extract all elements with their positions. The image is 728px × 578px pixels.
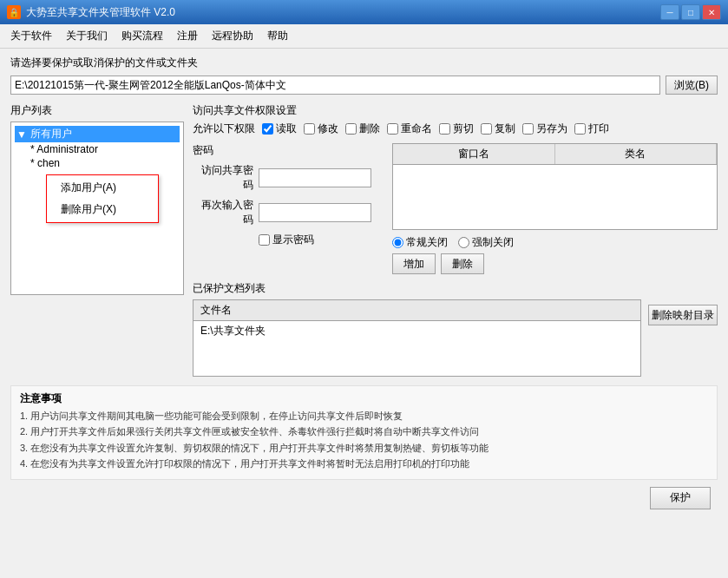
left-panel: 用户列表 ▼ 所有用户 * Administrator * chen 添加用户(… xyxy=(10,103,184,377)
perm-read-checkbox[interactable] xyxy=(262,123,273,135)
show-pwd-row: 显示密码 xyxy=(259,233,384,247)
password-title: 密码 xyxy=(193,143,384,158)
menu-remote[interactable]: 远程协助 xyxy=(205,26,260,46)
perm-delete-checkbox[interactable] xyxy=(345,123,357,135)
notes-item-3: 4. 在您没有为共享文件设置允许打印权限的情况下，用户打开共享文件时将暂时无法启… xyxy=(20,457,708,470)
radio-normal-close[interactable]: 常规关闭 xyxy=(392,235,448,250)
delete-map-col: 删除映射目录 xyxy=(648,299,718,377)
app-icon: 🔒 xyxy=(7,5,21,19)
radio-normal-close-label: 常规关闭 xyxy=(406,235,448,250)
context-menu: 添加用户(A) 删除用户(X) xyxy=(46,174,159,223)
maximize-button[interactable]: □ xyxy=(681,4,700,20)
perm-copy[interactable]: 复制 xyxy=(481,122,515,136)
two-column-layout: 用户列表 ▼ 所有用户 * Administrator * chen 添加用户(… xyxy=(10,103,718,377)
tree-item-admin-label: * Administrator xyxy=(30,143,98,155)
browse-button[interactable]: 浏览(B) xyxy=(666,76,718,95)
pwd-label-1: 访问共享密码 xyxy=(193,163,253,193)
tree-expand-icon: ▼ xyxy=(16,128,27,141)
file-table-empty-space xyxy=(193,341,640,376)
notes-item-1: 2. 用户打开共享文件后如果强行关闭共享文件匣或被安全软件、杀毒软件强行拦截时将… xyxy=(20,425,708,438)
notes-item-2: 3. 在您没有为共享文件设置允许复制、剪切权限的情况下，用户打开共享文件时将禁用… xyxy=(20,442,708,455)
menu-register[interactable]: 注册 xyxy=(170,26,205,46)
user-tree: ▼ 所有用户 * Administrator * chen 添加用户(A) 删除… xyxy=(10,122,184,295)
perm-print-label: 打印 xyxy=(588,122,609,136)
protected-table-wrapper: 文件名 E:\共享文件夹 xyxy=(193,299,641,377)
path-row: 浏览(B) xyxy=(10,76,718,95)
prompt-text: 请选择要保护或取消保护的文件或文件夹 xyxy=(10,56,718,70)
radio-force-close[interactable]: 强制关闭 xyxy=(458,235,514,250)
radio-force-close-input[interactable] xyxy=(458,237,469,248)
delete-map-button[interactable]: 删除映射目录 xyxy=(648,305,718,325)
window-table-header: 窗口名 类名 xyxy=(393,144,717,165)
perm-modify[interactable]: 修改 xyxy=(304,122,338,136)
perm-cut[interactable]: 剪切 xyxy=(439,122,474,136)
user-list-label: 用户列表 xyxy=(10,103,184,118)
perm-saveas-checkbox[interactable] xyxy=(522,123,534,135)
window-col-name: 窗口名 xyxy=(393,144,555,164)
password-section: 密码 访问共享密码 再次输入密码 显示密码 xyxy=(193,143,718,274)
tree-item-administrator[interactable]: * Administrator xyxy=(29,142,180,156)
password-right: 窗口名 类名 常规关闭 强制关闭 xyxy=(392,143,718,274)
perm-print-checkbox[interactable] xyxy=(574,123,586,135)
close-button[interactable]: ✕ xyxy=(702,4,721,20)
menu-about-us[interactable]: 关于我们 xyxy=(59,26,115,46)
menu-about-software[interactable]: 关于软件 xyxy=(3,26,59,46)
perm-cut-label: 剪切 xyxy=(453,122,474,136)
password-left: 密码 访问共享密码 再次输入密码 显示密码 xyxy=(193,143,384,274)
delete-button[interactable]: 删除 xyxy=(441,253,484,274)
permissions-title: 访问共享文件权限设置 xyxy=(193,103,718,118)
perm-modify-label: 修改 xyxy=(318,122,338,136)
context-menu-delete-user[interactable]: 删除用户(X) xyxy=(47,199,158,220)
show-password-label: 显示密码 xyxy=(272,233,314,247)
radio-force-close-label: 强制关闭 xyxy=(472,235,514,250)
notes-item-0: 1. 用户访问共享文件期间其电脑一些功能可能会受到限制，在停止访问共享文件后即时… xyxy=(20,410,708,423)
perm-rename[interactable]: 重命名 xyxy=(387,122,432,136)
menu-help[interactable]: 帮助 xyxy=(260,26,295,46)
path-input[interactable] xyxy=(10,76,660,95)
file-table-row-0: E:\共享文件夹 xyxy=(193,321,640,341)
add-del-row: 增加 删除 xyxy=(392,253,718,274)
menu-purchase[interactable]: 购买流程 xyxy=(115,26,170,46)
title-bar: 🔒 大势至共享文件夹管理软件 V2.0 ─ □ ✕ xyxy=(0,0,728,24)
tree-item-chen-label: * chen xyxy=(30,157,60,169)
show-password-checkbox-label[interactable]: 显示密码 xyxy=(259,233,314,247)
perm-saveas-label: 另存为 xyxy=(536,122,567,136)
perm-rename-checkbox[interactable] xyxy=(387,123,398,135)
protected-area: 文件名 E:\共享文件夹 删除映射目录 xyxy=(193,299,718,377)
pwd-input-1[interactable] xyxy=(259,168,371,187)
radio-normal-close-input[interactable] xyxy=(392,237,403,248)
perm-read[interactable]: 读取 xyxy=(262,122,297,136)
protected-label: 已保护文档列表 xyxy=(193,281,718,296)
minimize-button[interactable]: ─ xyxy=(660,4,679,20)
pwd-input-2[interactable] xyxy=(259,203,371,222)
perm-print[interactable]: 打印 xyxy=(574,122,609,136)
context-menu-add-user[interactable]: 添加用户(A) xyxy=(47,177,158,199)
window-col-class: 类名 xyxy=(555,144,718,164)
notes-title: 注意事项 xyxy=(20,391,708,406)
radio-row: 常规关闭 强制关闭 xyxy=(392,235,718,250)
permissions-section: 访问共享文件权限设置 允许以下权限 读取 修改 删除 xyxy=(193,103,718,136)
protect-button[interactable]: 保护 xyxy=(650,487,711,509)
add-button[interactable]: 增加 xyxy=(392,253,436,274)
notes-section: 注意事项 1. 用户访问共享文件期间其电脑一些功能可能会受到限制，在停止访问共享… xyxy=(10,385,718,480)
window-title: 大势至共享文件夹管理软件 V2.0 xyxy=(26,5,175,20)
main-content: 请选择要保护或取消保护的文件或文件夹 浏览(B) 用户列表 ▼ 所有用户 * A… xyxy=(0,49,728,516)
protect-row: 保护 xyxy=(10,487,718,509)
perm-delete[interactable]: 删除 xyxy=(345,122,380,136)
permit-label: 允许以下权限 xyxy=(193,122,255,136)
protected-section: 已保护文档列表 文件名 E:\共享文件夹 xyxy=(193,281,718,377)
pwd-row-2: 再次输入密码 xyxy=(193,198,384,227)
tree-item-chen[interactable]: * chen xyxy=(29,156,180,170)
menu-bar: 关于软件 关于我们 购买流程 注册 远程协助 帮助 xyxy=(0,24,728,49)
file-col-name: 文件名 xyxy=(200,303,232,318)
show-password-checkbox[interactable] xyxy=(259,234,270,246)
perm-saveas[interactable]: 另存为 xyxy=(522,122,567,136)
permissions-row: 允许以下权限 读取 修改 删除 重命名 xyxy=(193,122,718,136)
perm-modify-checkbox[interactable] xyxy=(304,123,315,135)
perm-cut-checkbox[interactable] xyxy=(439,123,450,135)
tree-root-node[interactable]: ▼ 所有用户 xyxy=(15,126,180,142)
perm-copy-checkbox[interactable] xyxy=(481,123,492,135)
perm-rename-label: 重命名 xyxy=(401,122,432,136)
pwd-label-2: 再次输入密码 xyxy=(193,198,253,227)
perm-copy-label: 复制 xyxy=(495,122,515,136)
